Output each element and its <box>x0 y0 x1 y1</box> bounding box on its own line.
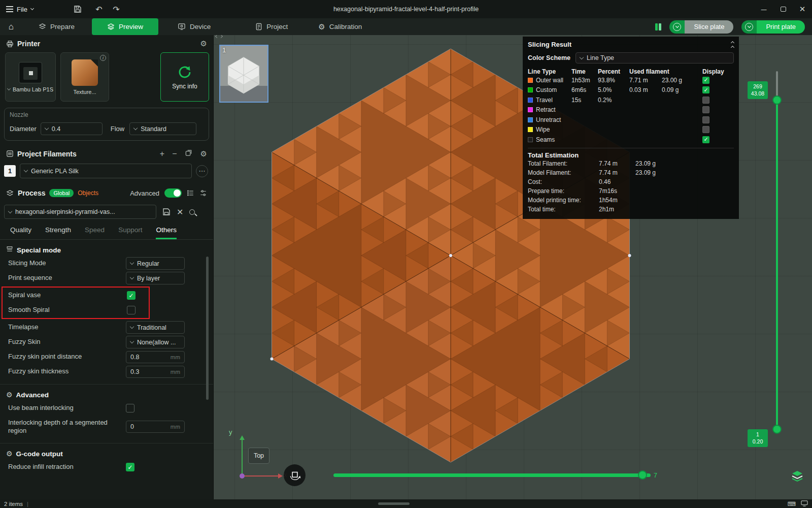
layer-slider-track[interactable] <box>776 100 778 429</box>
tab-quality[interactable]: Quality <box>10 226 31 239</box>
display-checkbox[interactable]: ✓ <box>702 77 709 84</box>
tab-others[interactable]: Others <box>156 226 177 239</box>
search-icon[interactable] <box>189 209 195 215</box>
param-list-icon[interactable] <box>187 189 194 197</box>
display-checkbox[interactable]: ✓ <box>702 86 709 93</box>
advanced-label: Advanced <box>130 189 159 197</box>
diameter-label: Diameter <box>10 125 37 133</box>
chevron-down-icon <box>45 126 49 130</box>
chevron-down-icon <box>580 55 584 59</box>
smooth-spiral-checkbox[interactable] <box>127 306 136 314</box>
tab-support[interactable]: Support <box>118 226 142 239</box>
tab-calibration[interactable]: ⚙ Calibration <box>309 18 371 35</box>
viewport-3d[interactable]: 1 Slicing Result Color Scheme Line Type … <box>214 35 812 499</box>
display-settings-icon[interactable] <box>801 500 808 507</box>
beam-interlocking-checkbox[interactable] <box>126 404 134 412</box>
sync-info-button[interactable]: Sync info <box>160 52 209 102</box>
interlocking-depth-input[interactable]: 0mm <box>126 421 185 433</box>
total-estimation-title: Total Estimation <box>528 148 734 159</box>
tune-icon[interactable] <box>199 189 207 197</box>
display-checkbox[interactable] <box>702 126 709 133</box>
view-top-button[interactable]: Top <box>248 448 269 464</box>
color-scheme-dropdown[interactable]: Line Type <box>576 52 734 64</box>
collapse-panel-button[interactable] <box>731 40 734 49</box>
slice-plate-button[interactable]: Slice plate <box>685 20 733 34</box>
separator: | <box>27 501 28 507</box>
print-plate-group: Print plate <box>741 20 805 34</box>
spiral-vase-checkbox[interactable]: ✓ <box>127 291 136 300</box>
tab-strength[interactable]: Strength <box>45 226 71 239</box>
display-checkbox[interactable] <box>702 116 709 123</box>
maximize-button[interactable] <box>773 0 793 18</box>
clear-profile-button[interactable]: ✕ <box>177 207 183 217</box>
tab-speed[interactable]: Speed <box>85 226 105 239</box>
printer-icon <box>6 40 14 48</box>
info-icon[interactable]: i <box>100 55 106 61</box>
printer-settings-gear-icon[interactable]: ⚙ <box>200 39 207 48</box>
maximize-icon <box>781 7 786 12</box>
sidebar-collapse-handle[interactable] <box>216 37 222 38</box>
keyboard-shortcuts-icon[interactable]: ⌨ <box>787 500 796 507</box>
close-button[interactable]: ✕ <box>793 0 812 18</box>
orientation-cube-button[interactable] <box>284 464 306 486</box>
tab-prepare[interactable]: Prepare <box>29 18 84 35</box>
sidebar-scrollbar[interactable] <box>206 257 209 400</box>
flow-dropdown[interactable]: Standard <box>129 122 196 135</box>
timelapse-dropdown[interactable]: Traditional <box>126 321 185 334</box>
print-sequence-dropdown[interactable]: By layer <box>126 272 185 284</box>
sync-filament-list-icon[interactable] <box>185 149 193 158</box>
line-type-swatch <box>528 107 533 112</box>
file-menu[interactable]: File <box>0 0 41 18</box>
tab-project[interactable]: Project <box>246 18 297 35</box>
redo-button[interactable]: ↷ <box>108 0 125 18</box>
undo-button[interactable]: ↶ <box>90 0 108 18</box>
fuzzy-thickness-input[interactable]: 0.3mm <box>126 366 185 378</box>
result-panel-toggle-icon[interactable] <box>655 23 661 30</box>
result-table-header: Line Type Time Percent Used filament Dis… <box>528 68 734 75</box>
texture-card[interactable]: i Texture... <box>60 52 109 102</box>
status-bar: 2 items | ⌨ <box>0 499 812 508</box>
remove-filament-button[interactable]: − <box>172 149 177 158</box>
layer-slider-top-handle[interactable] <box>772 96 782 105</box>
estimation-row: Total time:2h1m <box>528 205 734 214</box>
add-filament-button[interactable]: + <box>160 149 164 158</box>
orientation-cube-icon <box>288 469 301 482</box>
flow-label: Flow <box>111 125 124 133</box>
filament-row: 1 Generic PLA Silk ⋯ <box>0 161 213 178</box>
slicing-mode-dropdown[interactable]: Regular <box>126 257 185 270</box>
layer-slider-bottom-handle[interactable] <box>772 425 782 434</box>
advanced-toggle[interactable] <box>164 188 182 198</box>
home-button[interactable]: ⌂ <box>0 18 22 35</box>
filament-more-button[interactable]: ⋯ <box>196 165 208 177</box>
fuzzy-skin-dropdown[interactable]: None(allow ... <box>126 336 185 348</box>
display-checkbox[interactable]: ✓ <box>702 136 709 143</box>
display-checkbox[interactable] <box>702 97 709 104</box>
chevron-down-icon <box>130 275 134 279</box>
nozzle-diameter-dropdown[interactable]: 0.4 <box>41 122 103 135</box>
filament-dropdown[interactable]: Generic PLA Silk <box>20 164 192 178</box>
tab-device[interactable]: Device <box>168 18 220 35</box>
printer-card[interactable]: Bambu Lab P1S <box>5 52 56 102</box>
save-button[interactable] <box>69 0 86 18</box>
reduce-infill-retraction-checkbox[interactable]: ✓ <box>126 463 134 471</box>
process-profile-dropdown[interactable]: hexagonal-sierpinski-pyramid-vas... <box>4 205 156 219</box>
print-plate-dropdown[interactable] <box>741 20 757 34</box>
objects-tab-label[interactable]: Objects <box>78 189 98 197</box>
fuzzy-point-distance-input[interactable]: 0.8mm <box>126 351 185 363</box>
chevron-down-icon <box>130 261 134 265</box>
save-profile-button[interactable] <box>162 208 171 216</box>
display-checkbox[interactable] <box>702 106 709 113</box>
tab-preview[interactable]: Preview <box>92 18 158 35</box>
global-badge[interactable]: Global <box>49 189 74 197</box>
chevron-down-icon <box>30 7 34 10</box>
print-plate-button[interactable]: Print plate <box>757 20 805 34</box>
layer-view-icon[interactable] <box>791 470 804 484</box>
layer-top-badge: 26943.08 <box>748 81 768 99</box>
slice-plate-dropdown[interactable] <box>669 20 685 34</box>
plate-thumbnail[interactable]: 1 <box>219 45 268 103</box>
horizontal-scrollbar[interactable] <box>378 502 410 505</box>
move-slider-handle[interactable] <box>638 470 647 480</box>
filament-settings-gear-icon[interactable]: ⚙ <box>200 149 207 158</box>
move-slider-track[interactable] <box>333 473 651 477</box>
minimize-button[interactable]: ─ <box>754 0 773 18</box>
